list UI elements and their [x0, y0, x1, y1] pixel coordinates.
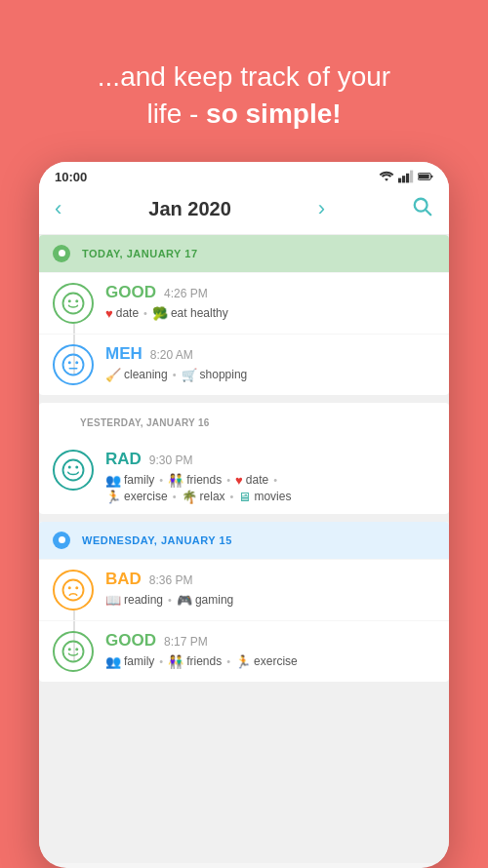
today-label: TODAY, JANUARY 17	[82, 248, 198, 259]
battery-icon	[418, 170, 433, 183]
svg-rect-3	[410, 171, 413, 183]
entry-time-bad: 8:36 PM	[149, 573, 193, 587]
search-icon[interactable]	[412, 196, 433, 222]
eat-healthy-icon: 🥦	[152, 306, 168, 321]
tag-label: family	[124, 473, 154, 487]
prev-month-button[interactable]: ‹	[55, 196, 61, 221]
mood-label-good-wed: GOOD	[105, 631, 156, 651]
today-section: TODAY, JANUARY 17 GOOD 4:26 PM	[39, 235, 449, 395]
status-icons	[379, 170, 433, 183]
tag-shopping: 🛒 shopping	[182, 368, 248, 382]
tag-label: reading	[124, 593, 163, 607]
mood-icon-rad	[53, 450, 94, 491]
mood-label-good: GOOD	[105, 283, 156, 302]
wednesday-label: WEDNESDAY, JANUARY 15	[82, 534, 232, 546]
mood-icon-meh	[53, 344, 94, 385]
tag-cleaning: 🧹 cleaning	[105, 368, 168, 382]
entry-time-good: 4:26 PM	[164, 287, 208, 300]
entry-content-good-wed: GOOD 8:17 PM 👥 family • 👫 friends	[105, 631, 435, 669]
tag-eat-healthy: 🥦 eat healthy	[152, 306, 228, 321]
tag-label: eat healthy	[171, 306, 228, 320]
mood-line-meh: MEH 8:20 AM	[105, 344, 435, 364]
mood-line-bad: BAD 8:36 PM	[105, 570, 435, 589]
wednesday-section: WEDNESDAY, JANUARY 15 BAD 8:36 PM	[39, 522, 449, 682]
svg-point-14	[75, 361, 78, 364]
svg-point-9	[63, 293, 84, 313]
mood-line-good: GOOD 4:26 PM	[105, 283, 435, 302]
entry-meh: MEH 8:20 AM 🧹 cleaning • 🛒 shopping	[39, 334, 449, 395]
entry-content-bad: BAD 8:36 PM 📖 reading • 🎮 gaming	[105, 570, 435, 608]
wednesday-header: WEDNESDAY, JANUARY 15	[39, 522, 449, 559]
current-month-label: Jan 2020	[148, 198, 231, 220]
yesterday-header-wrapper: YESTERDAY, JANUARY 16	[39, 403, 449, 440]
today-header: TODAY, JANUARY 17	[39, 235, 449, 272]
wifi-icon	[379, 170, 394, 183]
svg-point-20	[68, 586, 71, 589]
tag-label: cleaning	[124, 368, 168, 381]
today-dot	[53, 245, 70, 262]
entry-bad: BAD 8:36 PM 📖 reading • 🎮 gaming	[39, 559, 449, 620]
svg-point-12	[63, 354, 84, 375]
friends-icon-wed: 👫	[168, 654, 183, 669]
heart-icon-rad: ♥	[235, 473, 243, 488]
signal-icon	[398, 170, 414, 183]
mood-icon-good	[53, 283, 94, 324]
tag-friends-wed: 👫 friends	[168, 654, 222, 669]
exercise-icon: 🏃	[105, 490, 121, 504]
tag-friends: 👫 friends	[168, 473, 222, 488]
tag-exercise: 🏃 exercise	[105, 490, 168, 504]
entry-tags-meh: 🧹 cleaning • 🛒 shopping	[105, 368, 435, 382]
entry-time-rad: 9:30 PM	[149, 454, 193, 467]
entry-time-meh: 8:20 AM	[150, 348, 193, 362]
status-time: 10:00	[55, 170, 87, 184]
friends-icon: 👫	[168, 473, 183, 488]
gaming-icon: 🎮	[177, 593, 192, 608]
entry-good: GOOD 4:26 PM ♥ date • 🥦 eat healthy	[39, 272, 449, 334]
mood-label-meh: MEH	[105, 344, 142, 364]
tag-exercise-wed: 🏃 exercise	[235, 654, 298, 669]
tag-label: gaming	[195, 593, 233, 607]
tag-reading: 📖 reading	[105, 593, 163, 608]
wednesday-dot	[53, 532, 70, 549]
tag-family: 👥 family	[105, 473, 154, 488]
tag-date-rad: ♥ date	[235, 473, 268, 488]
entry-tags-good-wed: 👥 family • 👫 friends • 🏃 exercise	[105, 654, 435, 669]
svg-line-8	[426, 210, 430, 215]
entry-time-good-wed: 8:17 PM	[164, 635, 208, 649]
svg-point-11	[75, 299, 78, 302]
mood-icon-good-wed	[53, 631, 94, 672]
entry-tags-bad: 📖 reading • 🎮 gaming	[105, 593, 435, 608]
tag-label: date	[246, 473, 268, 487]
tag-date: ♥ date	[105, 306, 139, 321]
svg-rect-1	[402, 176, 405, 182]
family-icon: 👥	[105, 473, 121, 488]
content-area: TODAY, JANUARY 17 GOOD 4:26 PM	[39, 235, 449, 863]
mood-line-good-wed: GOOD 8:17 PM	[105, 631, 435, 651]
svg-rect-0	[398, 178, 401, 183]
tag-label: movies	[254, 490, 291, 503]
movies-icon: 🖥	[238, 490, 251, 504]
tag-label: friends	[186, 473, 222, 487]
phone-frame: 10:00 ‹ Jan 2020	[39, 162, 449, 868]
entry-tags-good: ♥ date • 🥦 eat healthy	[105, 306, 435, 321]
svg-rect-6	[419, 175, 429, 179]
entry-tags-rad-line1: 👥 family • 👫 friends • ♥ date	[105, 473, 435, 488]
svg-point-21	[75, 586, 78, 589]
tag-relax: 🌴 relax	[182, 490, 225, 504]
svg-point-23	[68, 648, 71, 651]
tag-label: exercise	[124, 490, 168, 503]
mood-line-rad: RAD 9:30 PM	[105, 450, 435, 469]
mood-label-rad: RAD	[105, 450, 142, 469]
tag-label: family	[124, 654, 154, 668]
tag-movies: 🖥 movies	[238, 490, 291, 504]
tag-gaming: 🎮 gaming	[177, 593, 233, 608]
tag-family-wed: 👥 family	[105, 654, 154, 669]
svg-rect-2	[406, 174, 409, 183]
entry-content-meh: MEH 8:20 AM 🧹 cleaning • 🛒 shopping	[105, 344, 435, 382]
svg-point-17	[68, 465, 71, 468]
next-month-button[interactable]: ›	[318, 196, 325, 221]
svg-rect-5	[431, 176, 433, 178]
heart-icon: ♥	[105, 306, 113, 321]
svg-point-10	[68, 299, 71, 302]
relax-icon: 🌴	[182, 490, 197, 504]
